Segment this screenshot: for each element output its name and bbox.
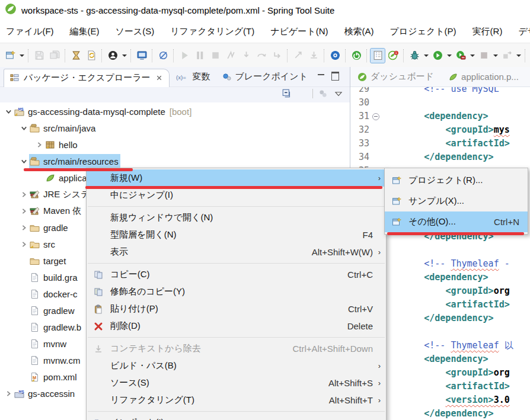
refresh-gradle-button[interactable] bbox=[84, 49, 98, 63]
resume-button bbox=[177, 49, 191, 63]
chevron-right-icon[interactable] bbox=[4, 389, 14, 399]
context-menu-item-16[interactable]: リファクタリング(T)Alt+Shift+T› bbox=[87, 392, 386, 409]
menu-item-shortcut: Ctrl+V bbox=[348, 304, 373, 314]
menubar-item-7[interactable]: プロジェクト(P) bbox=[389, 26, 456, 37]
menubar-item-8[interactable]: 実行(R) bbox=[472, 26, 503, 37]
debug-button[interactable] bbox=[407, 49, 422, 63]
save-all-button bbox=[47, 49, 62, 63]
skip-breakpoints-button[interactable] bbox=[156, 49, 170, 63]
editor-tab-2[interactable]: application.p... bbox=[441, 67, 526, 86]
view-window-buttons bbox=[318, 72, 339, 81]
menubar-item-4[interactable]: リファクタリング(T) bbox=[170, 26, 254, 37]
code-segment: <artifactId> bbox=[445, 299, 509, 310]
run-button[interactable] bbox=[430, 49, 445, 63]
editor-tab-label: application.p... bbox=[461, 72, 519, 82]
menu-item-label: 新規(W) bbox=[110, 172, 142, 184]
chevron-right-icon[interactable] bbox=[19, 239, 29, 249]
context-menu-item-10[interactable]: 貼り付け(P)Ctrl+V bbox=[87, 300, 386, 318]
user-profile-dropdown-icon[interactable] bbox=[122, 54, 127, 57]
code-segment: Thymeleaf bbox=[451, 258, 499, 269]
view-tab-3[interactable]: ブレークポイント bbox=[216, 71, 314, 82]
menu-item-label: コンテキストから除去 bbox=[110, 343, 201, 354]
code-segment: </dependency> bbox=[424, 313, 493, 323]
tree-item-label: docker-c bbox=[43, 289, 78, 299]
display-console-button[interactable] bbox=[371, 49, 385, 63]
chevron-right-icon[interactable] bbox=[19, 223, 29, 233]
user-profile-button[interactable] bbox=[106, 49, 120, 63]
code-segment bbox=[381, 340, 424, 351]
remove-context-icon bbox=[91, 344, 106, 354]
chevron-right-icon[interactable] bbox=[34, 140, 44, 150]
profile-button[interactable] bbox=[454, 49, 468, 63]
view-tab-2[interactable]: (x)=変数 bbox=[170, 71, 216, 82]
context-menu-item-9[interactable]: 修飾名のコピー(Y) bbox=[87, 283, 386, 300]
maximize-icon[interactable] bbox=[331, 72, 339, 81]
new-wizard-dropdown-icon[interactable] bbox=[20, 54, 24, 57]
minimize-icon[interactable] bbox=[318, 72, 324, 78]
menubar-item-1[interactable]: ファイル(F) bbox=[6, 26, 54, 37]
file-icon bbox=[29, 272, 40, 283]
menubar-item-3[interactable]: ソース(S) bbox=[116, 26, 155, 37]
tree-item-1[interactable]: MSgs-accessing-data-mysql-complete[boot] bbox=[0, 103, 350, 120]
editor-tab-1[interactable]: ダッシュボード bbox=[350, 67, 441, 86]
code-segment bbox=[381, 87, 424, 94]
build-all-button[interactable] bbox=[69, 49, 83, 63]
collapse-all-icon[interactable] bbox=[282, 88, 292, 99]
context-menu-item-18[interactable]: インポート(I)... bbox=[87, 414, 386, 420]
chevron-none bbox=[19, 272, 29, 283]
chevron-none bbox=[19, 256, 29, 266]
fold-collapse-icon[interactable] bbox=[371, 110, 381, 123]
context-menu-item-14[interactable]: ビルド・パス(B)› bbox=[87, 357, 386, 374]
context-menu-item-6[interactable]: 表示Alt+Shift+W(W)› bbox=[87, 243, 386, 261]
chevron-down-icon[interactable] bbox=[4, 107, 14, 117]
tree-item-label: pom.xml bbox=[43, 372, 77, 382]
code-segment bbox=[381, 138, 445, 149]
tree-item-3[interactable]: hello bbox=[0, 136, 350, 153]
code-line: 31 <dependency> bbox=[350, 110, 530, 123]
relaunch-dropdown-icon[interactable] bbox=[516, 54, 521, 57]
debug-dropdown-icon[interactable] bbox=[424, 54, 429, 57]
menubar-item-2[interactable]: 編集(E) bbox=[70, 26, 100, 37]
context-menu-item-15[interactable]: ソース(S)Alt+Shift+S› bbox=[87, 374, 386, 392]
profile-dropdown-icon[interactable] bbox=[470, 54, 475, 57]
toolbar-separator bbox=[287, 49, 288, 62]
code-line: <dependency> bbox=[381, 271, 530, 284]
context-menu-item-11[interactable]: 削除(D)Delete bbox=[87, 318, 386, 335]
svg-text:S: S bbox=[21, 107, 24, 111]
menubar-item-9[interactable]: デザイン(D) bbox=[518, 26, 530, 37]
chevron-right-icon[interactable] bbox=[19, 190, 29, 200]
context-menu-item-5[interactable]: 型階層を開く(N)F4 bbox=[87, 226, 386, 243]
new-wizard-icon bbox=[389, 197, 404, 206]
chevron-right-icon[interactable] bbox=[19, 206, 29, 216]
view-menu-icon[interactable] bbox=[333, 88, 344, 99]
run-dropdown-icon[interactable] bbox=[447, 54, 452, 57]
chevron-down-icon[interactable] bbox=[19, 156, 29, 166]
boot-dashboard-button[interactable] bbox=[328, 49, 342, 63]
context-menu-item-2[interactable]: 中にジャンプ(I) bbox=[87, 187, 386, 204]
tree-item-4[interactable]: src/main/resources bbox=[0, 153, 350, 169]
tree-item-2[interactable]: src/main/java bbox=[0, 120, 350, 136]
spring-errors-button[interactable]: 1 bbox=[386, 49, 400, 63]
link-with-editor-icon[interactable] bbox=[297, 88, 308, 99]
context-menu-item-4[interactable]: 新規ウィンドウで開く(N) bbox=[87, 209, 386, 226]
chevron-down-icon[interactable] bbox=[19, 123, 29, 133]
menu-item-label: インポート(I)... bbox=[110, 417, 171, 420]
new-wizard-button[interactable] bbox=[3, 49, 17, 63]
menu-separator bbox=[88, 206, 385, 207]
code-segment bbox=[381, 381, 445, 392]
open-console-button[interactable] bbox=[135, 49, 149, 63]
menubar-item-6[interactable]: 検索(A) bbox=[344, 26, 373, 37]
stop-dropdown-icon[interactable] bbox=[493, 54, 498, 57]
context-menu-item-1[interactable]: 新規(W)› bbox=[87, 169, 386, 187]
view-tab-1[interactable]: パッケージ・エクスプローラー bbox=[4, 69, 170, 87]
focus-icon[interactable] bbox=[318, 88, 328, 99]
window-titlebar: workspace-sts - gs-accessing-data-mysql-… bbox=[0, 0, 530, 20]
new-submenu-item-2[interactable]: サンプル(X)... bbox=[385, 191, 528, 211]
close-icon[interactable] bbox=[155, 74, 163, 82]
code-line: 34 </dependency> bbox=[350, 150, 530, 164]
context-menu-item-8[interactable]: コピー(C)Ctrl+C bbox=[87, 266, 386, 283]
new-submenu-item-3[interactable]: その他(O)...Ctrl+N bbox=[385, 211, 528, 232]
menubar-item-5[interactable]: ナビゲート(N) bbox=[270, 26, 328, 37]
start-stop-button[interactable] bbox=[349, 49, 363, 63]
new-submenu-item-1[interactable]: プロジェクト(R)... bbox=[385, 170, 528, 191]
